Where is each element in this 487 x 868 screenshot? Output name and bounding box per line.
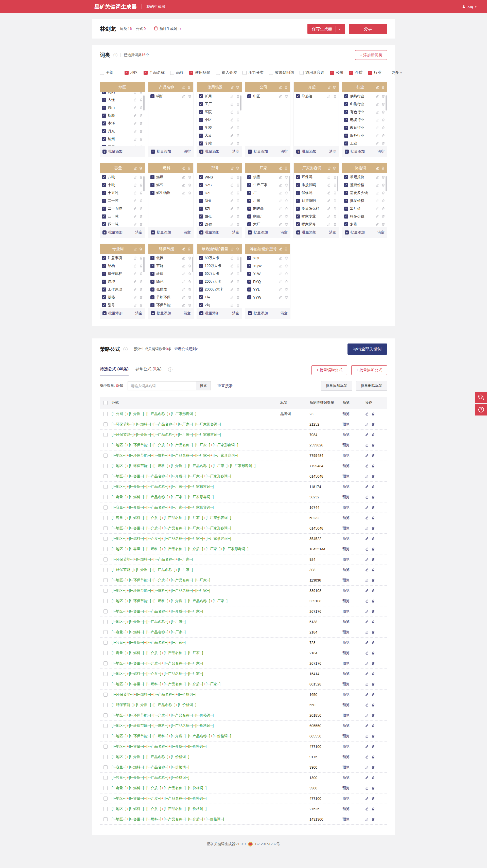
trash-icon[interactable]	[372, 797, 375, 800]
preview-link[interactable]: 预览	[342, 474, 349, 478]
trash-icon[interactable]	[333, 183, 337, 187]
preview-link[interactable]: 预览	[342, 464, 349, 468]
trash-icon[interactable]	[236, 176, 240, 179]
edit-icon[interactable]	[376, 176, 379, 179]
edit-icon[interactable]	[279, 86, 282, 89]
row-checkbox[interactable]	[104, 599, 108, 603]
edit-icon[interactable]	[327, 86, 331, 89]
edit-icon[interactable]	[230, 304, 234, 307]
checkbox[interactable]: ✓	[189, 71, 193, 75]
trash-icon[interactable]	[372, 714, 375, 717]
checkbox[interactable]	[170, 71, 174, 75]
clear-button[interactable]: 清空	[281, 230, 288, 235]
scrollbar-thumb[interactable]	[143, 257, 145, 272]
trash-icon[interactable]	[236, 134, 240, 137]
edit-icon[interactable]	[182, 280, 185, 283]
filter-checkbox-item[interactable]: 全部	[100, 70, 113, 75]
trash-icon[interactable]	[382, 142, 385, 145]
edit-icon[interactable]	[230, 288, 234, 291]
trash-icon[interactable]	[285, 288, 288, 291]
trash-icon[interactable]	[236, 207, 240, 210]
batch-add-button[interactable]: +批量添加	[103, 230, 122, 235]
preview-link[interactable]: 预览	[342, 412, 349, 416]
edit-icon[interactable]	[365, 568, 369, 572]
filter-checkbox-item[interactable]: 压力分类	[242, 70, 263, 75]
preview-link[interactable]: 预览	[342, 547, 349, 551]
trash-icon[interactable]	[188, 183, 191, 187]
edit-icon[interactable]	[365, 682, 369, 686]
preview-link[interactable]: 预览	[342, 672, 349, 676]
trash-icon[interactable]	[236, 166, 239, 170]
clear-button[interactable]: 清空	[184, 230, 191, 235]
trash-icon[interactable]	[372, 755, 375, 759]
preview-link[interactable]: 预览	[342, 807, 349, 811]
edit-icon[interactable]	[279, 264, 282, 268]
trash-icon[interactable]	[285, 199, 288, 203]
edit-icon[interactable]	[365, 464, 369, 468]
preview-link[interactable]: 预览	[342, 422, 349, 426]
batch-add-button[interactable]: +批量添加	[248, 149, 268, 154]
preview-link[interactable]: 预览	[342, 630, 349, 634]
trash-icon[interactable]	[140, 199, 143, 203]
row-checkbox[interactable]	[104, 547, 108, 551]
trash-icon[interactable]	[236, 126, 240, 129]
edit-icon[interactable]	[327, 223, 331, 226]
trash-icon[interactable]	[372, 527, 375, 530]
preview-link[interactable]: 预览	[342, 557, 349, 561]
trash-icon[interactable]	[188, 176, 191, 179]
clear-button[interactable]: 清空	[232, 230, 239, 235]
trash-icon[interactable]	[285, 256, 288, 260]
trash-icon[interactable]	[372, 506, 375, 509]
row-checkbox[interactable]	[104, 578, 108, 582]
preview-link[interactable]: 预览	[342, 775, 349, 779]
edit-icon[interactable]	[365, 537, 369, 540]
checkbox[interactable]: ✓	[150, 264, 154, 268]
trash-icon[interactable]	[140, 215, 143, 218]
preview-link[interactable]: 预览	[342, 786, 349, 790]
edit-icon[interactable]	[230, 264, 234, 268]
preview-link[interactable]: 预览	[342, 817, 349, 821]
edit-icon[interactable]	[365, 547, 369, 551]
edit-icon[interactable]	[365, 443, 369, 447]
edit-icon[interactable]	[230, 110, 234, 114]
trash-icon[interactable]	[285, 95, 288, 98]
trash-icon[interactable]	[236, 304, 240, 307]
batch-add-button[interactable]: +批量添加	[103, 149, 122, 154]
edit-icon[interactable]	[230, 296, 234, 299]
preview-link[interactable]: 预览	[342, 588, 349, 592]
edit-icon[interactable]	[134, 247, 137, 251]
wechat-contact-button[interactable]	[475, 392, 487, 403]
batch-add-button[interactable]: +批量添加	[199, 311, 220, 316]
batch-add-button[interactable]: +批量添加	[345, 149, 365, 154]
checkbox[interactable]: ✓	[102, 145, 106, 147]
help-icon[interactable]: ?	[168, 367, 172, 372]
row-checkbox[interactable]	[104, 433, 108, 437]
trash-icon[interactable]	[372, 817, 375, 821]
checkbox[interactable]: ✓	[150, 287, 154, 291]
batch-add-button[interactable]: +批量添加	[248, 311, 268, 316]
trash-icon[interactable]	[333, 215, 337, 218]
edit-icon[interactable]	[365, 610, 369, 613]
clear-button[interactable]: 清空	[281, 149, 288, 154]
row-checkbox[interactable]	[104, 630, 108, 634]
edit-icon[interactable]	[279, 191, 282, 194]
trash-icon[interactable]	[372, 662, 375, 665]
edit-icon[interactable]	[134, 280, 137, 283]
preview-link[interactable]: 预览	[342, 505, 349, 509]
trash-icon[interactable]	[372, 433, 375, 437]
checkbox[interactable]: ✓	[102, 303, 106, 307]
user-menu[interactable]: zxq ∨	[462, 5, 477, 9]
trash-icon[interactable]	[140, 191, 143, 195]
trash-icon[interactable]	[236, 118, 240, 122]
edit-icon[interactable]	[134, 137, 137, 141]
edit-icon[interactable]	[279, 288, 282, 291]
checkbox[interactable]: ✓	[199, 207, 203, 211]
trash-icon[interactable]	[285, 272, 288, 276]
trash-icon[interactable]	[284, 166, 288, 170]
checkbox[interactable]: ✓	[296, 222, 300, 226]
trash-icon[interactable]	[372, 589, 375, 592]
trash-icon[interactable]	[372, 766, 375, 769]
edit-icon[interactable]	[279, 176, 282, 179]
trash-icon[interactable]	[333, 199, 337, 203]
edit-icon[interactable]	[365, 589, 369, 592]
